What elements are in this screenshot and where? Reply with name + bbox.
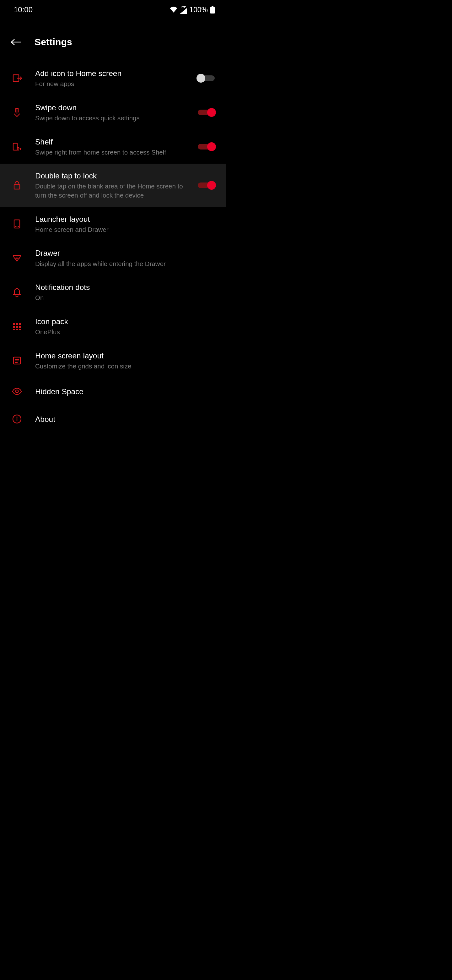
- grid-icon: [10, 320, 24, 333]
- row-double-tap[interactable]: Double tap to lock Double tap on the bla…: [0, 164, 226, 207]
- status-time: 10:00: [14, 5, 33, 14]
- info-icon: [10, 412, 24, 426]
- svg-rect-12: [16, 323, 18, 325]
- svg-rect-18: [16, 329, 18, 330]
- svg-point-26: [16, 417, 17, 418]
- svg-rect-11: [13, 323, 15, 325]
- page-header: Settings: [0, 16, 226, 55]
- row-body: Double tap to lock Double tap on the bla…: [24, 170, 194, 200]
- row-title: Icon pack: [35, 316, 215, 327]
- page-title: Settings: [35, 37, 72, 48]
- row-subtitle: Swipe down to access quick settings: [35, 114, 186, 123]
- row-title: About: [35, 414, 215, 424]
- status-bar: 10:00 LTE 100%: [0, 0, 226, 16]
- row-body: Swipe down Swipe down to access quick se…: [24, 102, 194, 123]
- svg-point-10: [16, 260, 17, 261]
- shelf-icon: [10, 140, 24, 154]
- row-body: Notification dots On: [24, 282, 215, 302]
- svg-rect-4: [17, 148, 19, 150]
- row-body: Drawer Display all the apps while enteri…: [24, 248, 215, 268]
- row-body: Icon pack OnePlus: [24, 316, 215, 337]
- row-shelf[interactable]: Shelf Swipe right from home screen to ac…: [0, 130, 226, 164]
- row-body: Home screen layout Customize the grids a…: [24, 350, 215, 371]
- toggle-swipe-down[interactable]: [197, 108, 215, 117]
- svg-rect-1: [212, 6, 213, 7]
- row-icon-pack[interactable]: Icon pack OnePlus: [0, 309, 226, 344]
- row-add-icon[interactable]: Add icon to Home screen For new apps: [0, 61, 226, 95]
- svg-point-7: [15, 226, 16, 227]
- row-notification-dots[interactable]: Notification dots On: [0, 275, 226, 309]
- row-title: Home screen layout: [35, 350, 215, 361]
- row-body: Hidden Space: [24, 387, 215, 397]
- row-body: About: [24, 414, 215, 424]
- svg-rect-15: [16, 326, 18, 328]
- svg-rect-5: [14, 185, 20, 189]
- row-title: Swipe down: [35, 102, 194, 113]
- row-subtitle: Double tap on the blank area of the Home…: [35, 182, 186, 200]
- svg-point-9: [18, 226, 19, 227]
- row-body: Shelf Swipe right from home screen to ac…: [24, 137, 194, 157]
- toggle-add-icon[interactable]: [197, 73, 215, 83]
- lock-icon: [10, 178, 24, 192]
- add-to-home-icon: [10, 71, 24, 85]
- svg-point-8: [17, 226, 17, 227]
- row-title: Add icon to Home screen: [35, 68, 194, 78]
- svg-rect-13: [19, 323, 21, 325]
- svg-rect-17: [13, 329, 15, 330]
- row-title: Notification dots: [35, 282, 215, 293]
- row-subtitle: OnePlus: [35, 328, 186, 337]
- settings-list: Add icon to Home screen For new apps Swi…: [0, 55, 226, 433]
- row-title: Launcher layout: [35, 214, 215, 224]
- svg-rect-16: [19, 326, 21, 328]
- cellular-icon: LTE: [180, 6, 187, 14]
- row-subtitle: Home screen and Drawer: [35, 225, 186, 234]
- toggle-double-tap[interactable]: [197, 181, 215, 190]
- row-subtitle: Display all the apps while entering the …: [35, 259, 186, 269]
- row-body: Add icon to Home screen For new apps: [24, 68, 194, 89]
- battery-icon: [210, 6, 215, 14]
- row-subtitle: Customize the grids and icon size: [35, 362, 186, 371]
- row-swipe-down[interactable]: Swipe down Swipe down to access quick se…: [0, 95, 226, 130]
- row-title: Drawer: [35, 248, 215, 258]
- row-title: Hidden Space: [35, 387, 215, 397]
- svg-rect-14: [13, 326, 15, 328]
- row-subtitle: On: [35, 293, 186, 302]
- drawer-icon: [10, 251, 24, 265]
- row-subtitle: For new apps: [35, 80, 186, 89]
- arrow-left-icon: [11, 38, 22, 46]
- bell-icon: [10, 286, 24, 299]
- wifi-icon: [170, 6, 178, 13]
- row-subtitle: Swipe right from home screen to access S…: [35, 148, 186, 157]
- svg-point-24: [16, 390, 19, 393]
- eye-icon: [10, 385, 24, 398]
- toggle-shelf[interactable]: [197, 142, 215, 151]
- layout-icon: [10, 354, 24, 368]
- svg-rect-3: [13, 143, 17, 150]
- row-title: Shelf: [35, 137, 194, 147]
- row-home-layout[interactable]: Home screen layout Customize the grids a…: [0, 344, 226, 378]
- svg-rect-0: [210, 7, 215, 14]
- row-about[interactable]: About: [0, 405, 226, 433]
- swipe-down-icon: [10, 105, 24, 119]
- row-launcher-layout[interactable]: Launcher layout Home screen and Drawer: [0, 207, 226, 241]
- launcher-layout-icon: [10, 217, 24, 231]
- status-right: LTE 100%: [170, 6, 215, 14]
- battery-percent: 100%: [189, 6, 208, 14]
- row-hidden-space[interactable]: Hidden Space: [0, 377, 226, 405]
- row-title: Double tap to lock: [35, 170, 194, 181]
- back-button[interactable]: [10, 36, 22, 48]
- row-body: Launcher layout Home screen and Drawer: [24, 214, 215, 234]
- row-drawer[interactable]: Drawer Display all the apps while enteri…: [0, 241, 226, 275]
- svg-rect-19: [19, 329, 21, 330]
